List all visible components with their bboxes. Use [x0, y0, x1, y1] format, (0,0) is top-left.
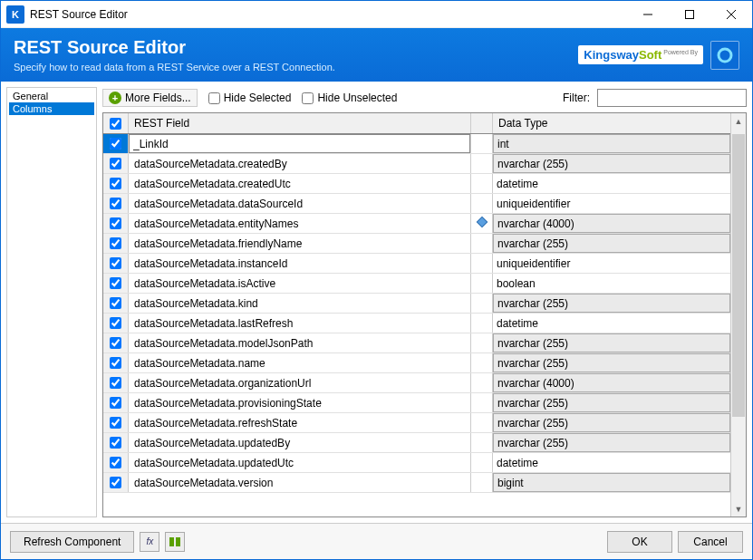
- row-checkbox[interactable]: [103, 274, 129, 293]
- field-cell[interactable]: dataSourceMetadata.version: [129, 473, 471, 492]
- fx-button[interactable]: fx: [140, 532, 159, 552]
- grid-row[interactable]: dataSourceMetadata.updatedUtcdatetime: [103, 453, 730, 473]
- type-dropdown[interactable]: nvarchar (255): [493, 393, 730, 412]
- field-cell[interactable]: dataSourceMetadata.updatedUtc: [129, 453, 471, 472]
- header-data-type[interactable]: Data Type: [493, 113, 730, 133]
- field-cell[interactable]: dataSourceMetadata.organizationUrl: [129, 373, 471, 392]
- grid-row[interactable]: dataSourceMetadata.modelJsonPathnvarchar…: [103, 333, 730, 353]
- type-cell[interactable]: nvarchar (4000): [493, 373, 730, 392]
- grid-row[interactable]: dataSourceMetadata.refreshStatenvarchar …: [103, 413, 730, 433]
- grid-row[interactable]: dataSourceMetadata.friendlyNamenvarchar …: [103, 234, 730, 254]
- row-checkbox[interactable]: [103, 294, 129, 313]
- cancel-button[interactable]: Cancel: [678, 531, 743, 553]
- type-dropdown[interactable]: nvarchar (255): [493, 353, 730, 372]
- scroll-down-arrow[interactable]: ▼: [731, 501, 746, 517]
- type-cell[interactable]: nvarchar (4000): [493, 214, 730, 233]
- grid-row[interactable]: dataSourceMetadata.organizationUrlnvarch…: [103, 373, 730, 393]
- row-checkbox[interactable]: [103, 413, 129, 432]
- grid-row[interactable]: dataSourceMetadata.isActiveboolean: [103, 274, 730, 294]
- type-dropdown[interactable]: nvarchar (255): [493, 433, 730, 452]
- type-cell[interactable]: boolean: [493, 274, 730, 293]
- type-dropdown[interactable]: datetime: [493, 174, 730, 193]
- grid-row[interactable]: dataSourceMetadata.lastRefreshdatetime: [103, 314, 730, 333]
- type-dropdown[interactable]: bigint: [493, 473, 730, 492]
- field-cell[interactable]: dataSourceMetadata.name: [129, 353, 471, 372]
- type-dropdown[interactable]: nvarchar (4000): [493, 373, 730, 392]
- row-checkbox[interactable]: [103, 174, 129, 193]
- row-checkbox[interactable]: [103, 134, 129, 153]
- type-dropdown[interactable]: datetime: [493, 453, 730, 472]
- type-dropdown[interactable]: nvarchar (255): [493, 413, 730, 432]
- type-cell[interactable]: datetime: [493, 174, 730, 193]
- row-checkbox[interactable]: [103, 194, 129, 213]
- row-checkbox[interactable]: [103, 373, 129, 392]
- map-columns-button[interactable]: [165, 532, 185, 552]
- row-checkbox[interactable]: [103, 234, 129, 253]
- hide-unselected-checkbox[interactable]: Hide Unselected: [302, 92, 397, 104]
- grid-row[interactable]: dataSourceMetadata.instanceIduniqueident…: [103, 254, 730, 274]
- header-rest-field[interactable]: REST Field: [129, 113, 471, 133]
- type-cell[interactable]: nvarchar (255): [493, 333, 730, 352]
- field-cell[interactable]: [129, 134, 471, 153]
- row-checkbox[interactable]: [103, 393, 129, 412]
- grid-row[interactable]: int: [103, 134, 730, 154]
- type-cell[interactable]: int: [493, 134, 730, 153]
- row-checkbox[interactable]: [103, 214, 129, 233]
- type-dropdown[interactable]: boolean: [493, 274, 730, 293]
- type-dropdown[interactable]: uniqueidentifier: [493, 194, 730, 213]
- grid-row[interactable]: dataSourceMetadata.updatedBynvarchar (25…: [103, 433, 730, 453]
- row-checkbox[interactable]: [103, 453, 129, 472]
- ok-button[interactable]: OK: [607, 531, 672, 553]
- header-checkbox[interactable]: [103, 113, 129, 133]
- field-cell[interactable]: dataSourceMetadata.modelJsonPath: [129, 333, 471, 352]
- field-cell[interactable]: dataSourceMetadata.entityNames: [129, 214, 471, 233]
- type-cell[interactable]: datetime: [493, 314, 730, 333]
- hide-selected-checkbox[interactable]: Hide Selected: [208, 92, 292, 104]
- scroll-thumb[interactable]: [732, 134, 745, 417]
- type-dropdown[interactable]: nvarchar (4000): [493, 214, 730, 233]
- type-dropdown[interactable]: nvarchar (255): [493, 333, 730, 352]
- grid-row[interactable]: dataSourceMetadata.versionbigint: [103, 473, 730, 493]
- row-checkbox[interactable]: [103, 353, 129, 372]
- grid-row[interactable]: dataSourceMetadata.provisioningStatenvar…: [103, 393, 730, 413]
- type-cell[interactable]: uniqueidentifier: [493, 194, 730, 213]
- row-checkbox[interactable]: [103, 433, 129, 452]
- scroll-up-arrow[interactable]: ▲: [731, 113, 746, 129]
- type-cell[interactable]: bigint: [493, 473, 730, 492]
- refresh-component-button[interactable]: Refresh Component: [10, 531, 134, 553]
- more-fields-button[interactable]: + More Fields...: [102, 89, 198, 107]
- grid-row[interactable]: dataSourceMetadata.namenvarchar (255): [103, 353, 730, 373]
- type-cell[interactable]: nvarchar (255): [493, 154, 730, 173]
- grid-row[interactable]: dataSourceMetadata.dataSourceIduniqueide…: [103, 194, 730, 214]
- type-cell[interactable]: nvarchar (255): [493, 294, 730, 313]
- field-cell[interactable]: dataSourceMetadata.friendlyName: [129, 234, 471, 253]
- type-cell[interactable]: datetime: [493, 453, 730, 472]
- type-cell[interactable]: uniqueidentifier: [493, 254, 730, 273]
- hide-selected-input[interactable]: [208, 92, 220, 104]
- field-cell[interactable]: dataSourceMetadata.refreshState: [129, 413, 471, 432]
- type-cell[interactable]: nvarchar (255): [493, 353, 730, 372]
- sidebar-item-columns[interactable]: Columns: [9, 102, 94, 115]
- field-cell[interactable]: dataSourceMetadata.dataSourceId: [129, 194, 471, 213]
- vertical-scrollbar[interactable]: ▲ ▼: [730, 113, 746, 517]
- grid-row[interactable]: dataSourceMetadata.kindnvarchar (255): [103, 294, 730, 314]
- type-dropdown[interactable]: nvarchar (255): [493, 154, 730, 173]
- row-checkbox[interactable]: [103, 333, 129, 352]
- type-cell[interactable]: nvarchar (255): [493, 234, 730, 253]
- field-cell[interactable]: dataSourceMetadata.lastRefresh: [129, 314, 471, 333]
- row-checkbox[interactable]: [103, 154, 129, 173]
- grid-row[interactable]: dataSourceMetadata.entityNamesnvarchar (…: [103, 214, 730, 234]
- grid-row[interactable]: dataSourceMetadata.createdBynvarchar (25…: [103, 154, 730, 174]
- maximize-button[interactable]: [669, 1, 710, 28]
- type-dropdown[interactable]: nvarchar (255): [493, 234, 730, 253]
- field-cell[interactable]: dataSourceMetadata.createdBy: [129, 154, 471, 173]
- grid-row[interactable]: dataSourceMetadata.createdUtcdatetime: [103, 174, 730, 194]
- type-cell[interactable]: nvarchar (255): [493, 413, 730, 432]
- row-checkbox[interactable]: [103, 314, 129, 333]
- field-cell[interactable]: dataSourceMetadata.kind: [129, 294, 471, 313]
- minimize-button[interactable]: [627, 1, 669, 28]
- field-cell[interactable]: dataSourceMetadata.isActive: [129, 274, 471, 293]
- field-input[interactable]: [129, 134, 470, 153]
- field-cell[interactable]: dataSourceMetadata.createdUtc: [129, 174, 471, 193]
- type-dropdown[interactable]: datetime: [493, 314, 730, 333]
